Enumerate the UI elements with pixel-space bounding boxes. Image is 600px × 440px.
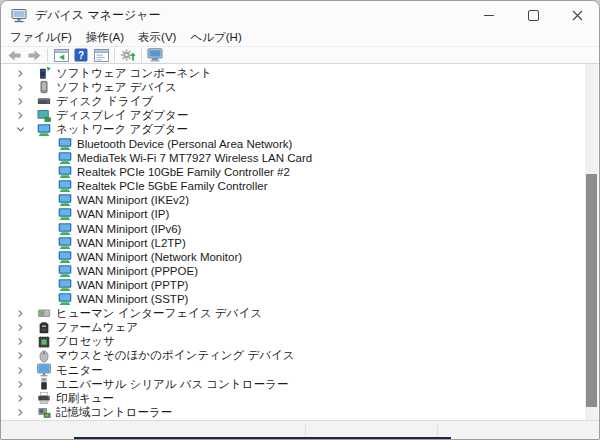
tree-row[interactable]: マウスとそのほかのポインティング デバイス (2, 349, 585, 363)
chevron-collapsed-icon[interactable] (16, 363, 36, 377)
caption-buttons (467, 1, 599, 29)
properties-button[interactable] (91, 47, 111, 63)
tree-row[interactable]: WAN Miniport (IKEv2) (2, 193, 585, 207)
minimize-button[interactable] (467, 1, 511, 29)
network-adapter-icon (57, 235, 72, 250)
tree-row[interactable]: ネットワーク アダプター (2, 123, 585, 137)
tree-row[interactable]: ソフトウェア コンポーネント (2, 66, 585, 80)
toolbar-separator (141, 49, 142, 62)
tree-row[interactable]: ファームウェア (2, 321, 585, 335)
mouse-icon (36, 348, 51, 363)
tree-row[interactable]: WAN Miniport (PPPOE) (2, 264, 585, 278)
tree-item-label: WAN Miniport (PPPOE) (77, 265, 198, 277)
tree-row[interactable]: WAN Miniport (IPv6) (2, 222, 585, 236)
tree-row[interactable]: ディスク ドライブ (2, 94, 585, 108)
tree-item-label: WAN Miniport (Network Monitor) (77, 251, 242, 263)
chevron-collapsed-icon[interactable] (16, 306, 36, 320)
statusbar-separator (437, 423, 438, 438)
tree-row[interactable]: 記憶域コントローラー (2, 405, 585, 419)
show-console-tree-icon (54, 49, 69, 62)
toolbar: ? (1, 47, 599, 64)
close-icon (572, 10, 583, 21)
chevron-collapsed-icon[interactable] (16, 377, 36, 391)
tree-item-label: WAN Miniport (PPTP) (77, 279, 188, 291)
chevron-spacer (37, 207, 57, 221)
chevron-collapsed-icon[interactable] (16, 405, 36, 419)
maximize-icon (528, 10, 539, 21)
tree-item-label: ディスプレイ アダプター (56, 108, 188, 123)
tree-row[interactable]: Bluetooth Device (Personal Area Network) (2, 137, 585, 151)
tree-row[interactable]: WAN Miniport (IP) (2, 207, 585, 221)
network-adapter-icon (57, 249, 72, 264)
vertical-scrollbar[interactable] (585, 64, 598, 420)
tree-row[interactable]: MediaTek Wi-Fi 7 MT7927 Wireless LAN Car… (2, 151, 585, 165)
scan-hardware-changes-button[interactable] (118, 47, 138, 63)
chevron-expanded-icon[interactable] (16, 123, 36, 137)
storage-controller-icon (36, 405, 51, 420)
tree-item-label: WAN Miniport (IP) (77, 208, 169, 220)
tree-row[interactable]: ユニバーサル シリアル バス コントローラー (2, 377, 585, 391)
chevron-collapsed-icon[interactable] (16, 349, 36, 363)
chevron-spacer (37, 165, 57, 179)
chevron-spacer (37, 250, 57, 264)
tree-row[interactable]: モニター (2, 363, 585, 377)
software-device-icon (36, 80, 51, 95)
chevron-collapsed-icon[interactable] (16, 94, 36, 108)
menu-view[interactable]: 表示(V) (131, 29, 183, 46)
chevron-collapsed-icon[interactable] (16, 108, 36, 122)
properties-icon (94, 49, 109, 62)
network-adapter-icon (57, 207, 72, 222)
back-button[interactable] (4, 47, 24, 63)
firmware-icon (36, 320, 51, 335)
tree-item-label: WAN Miniport (IKEv2) (77, 194, 189, 206)
tree-item-label: Realtek PCIe 10GbE Family Controller #2 (77, 166, 290, 178)
chevron-spacer (37, 222, 57, 236)
tree-item-label: ディスク ドライブ (56, 94, 153, 109)
display-adapter-icon (36, 108, 51, 123)
network-adapter-icon (57, 292, 72, 307)
tree-row[interactable]: ソフトウェア デバイス (2, 80, 585, 94)
chevron-collapsed-icon[interactable] (16, 391, 36, 405)
chevron-collapsed-icon[interactable] (16, 335, 36, 349)
chevron-spacer (37, 179, 57, 193)
tree-row[interactable]: ディスプレイ アダプター (2, 108, 585, 122)
close-button[interactable] (555, 1, 599, 29)
tree-row[interactable]: WAN Miniport (PPTP) (2, 278, 585, 292)
maximize-button[interactable] (511, 1, 555, 29)
chevron-spacer (37, 236, 57, 250)
tree-row[interactable]: プロセッサ (2, 335, 585, 349)
menu-action[interactable]: 操作(A) (79, 29, 131, 46)
chevron-collapsed-icon[interactable] (16, 66, 36, 80)
chevron-collapsed-icon[interactable] (16, 321, 36, 335)
window-bottom-edge (74, 437, 451, 439)
tree-item-label: ユニバーサル シリアル バス コントローラー (56, 377, 288, 392)
device-manager-app-icon (11, 8, 27, 23)
tree-row[interactable]: WAN Miniport (SSTP) (2, 292, 585, 306)
tree-row[interactable]: ヒューマン インターフェイス デバイス (2, 306, 585, 320)
tree-item-label: ソフトウェア コンポーネント (56, 66, 212, 81)
minimize-icon (484, 15, 494, 16)
disk-drive-icon (36, 94, 51, 109)
tree-item-label: MediaTek Wi-Fi 7 MT7927 Wireless LAN Car… (77, 152, 312, 164)
tree-row[interactable]: Realtek PCIe 10GbE Family Controller #2 (2, 165, 585, 179)
toolbar-separator (114, 49, 115, 62)
chevron-collapsed-icon[interactable] (16, 80, 36, 94)
scrollbar-thumb[interactable] (586, 174, 597, 407)
forward-button[interactable] (24, 47, 44, 63)
tree-row[interactable]: WAN Miniport (L2TP) (2, 236, 585, 250)
tree-item-label: WAN Miniport (SSTP) (77, 293, 188, 305)
tree-row[interactable]: 印刷キュー (2, 391, 585, 405)
device-manager-toolbar-button[interactable] (145, 47, 165, 63)
window-title: デバイス マネージャー (35, 7, 161, 24)
menu-help[interactable]: ヘルプ(H) (183, 29, 248, 46)
show-console-tree-button[interactable] (51, 47, 71, 63)
back-icon (7, 49, 22, 62)
tree-row[interactable]: WAN Miniport (Network Monitor) (2, 250, 585, 264)
help-button[interactable]: ? (71, 47, 91, 63)
hid-icon (36, 306, 51, 321)
svg-text:?: ? (78, 50, 84, 61)
menu-file[interactable]: ファイル(F) (3, 29, 79, 46)
network-adapter-icon (57, 150, 72, 165)
console-pane: ソフトウェア コンポーネントソフトウェア デバイスディスク ドライブディスプレイ… (2, 64, 598, 420)
tree-row[interactable]: Realtek PCIe 5GbE Family Controller (2, 179, 585, 193)
